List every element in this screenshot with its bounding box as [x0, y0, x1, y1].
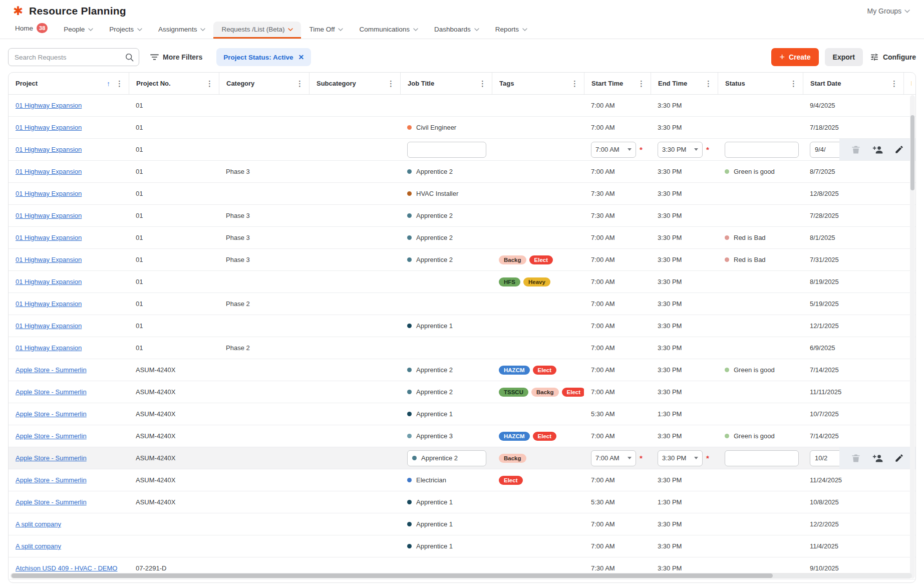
- table-row[interactable]: 01 Highway Expansion01Phase 3Apprentice …: [9, 227, 915, 249]
- project-link[interactable]: 01 Highway Expansion: [16, 212, 82, 219]
- table-row[interactable]: 01 Highway Expansion01Phase 27:00 AM3:30…: [9, 293, 915, 315]
- table-row[interactable]: 01 Highway Expansion01HFSHeavy7:00 AM3:3…: [9, 271, 915, 293]
- project-link[interactable]: Apple Store - Summerlin: [16, 476, 87, 484]
- search-input[interactable]: [15, 54, 125, 61]
- project-link[interactable]: 01 Highway Expansion: [16, 190, 82, 197]
- column-menu-icon[interactable]: ⋮: [114, 79, 125, 88]
- start-time-select[interactable]: 7:00 AM: [591, 450, 636, 466]
- project-link[interactable]: 01 Highway Expansion: [16, 146, 82, 153]
- project-link[interactable]: 01 Highway Expansion: [16, 102, 82, 109]
- status-input[interactable]: [725, 450, 799, 466]
- project-link[interactable]: 01 Highway Expansion: [16, 278, 82, 285]
- vertical-scrollbar[interactable]: [910, 95, 915, 578]
- nav-tab-reports[interactable]: Reports: [487, 22, 535, 39]
- project-link[interactable]: Apple Store - Summerlin: [16, 498, 87, 506]
- export-button[interactable]: Export: [825, 48, 863, 66]
- job-title-dot: [407, 324, 412, 328]
- table-row[interactable]: Apple Store - SummerlinASUM-4240XApprent…: [9, 447, 915, 469]
- search-icon[interactable]: [125, 53, 134, 62]
- project-link[interactable]: Apple Store - Summerlin: [16, 432, 87, 440]
- table-row[interactable]: 01 Highway Expansion01Phase 3Apprentice …: [9, 205, 915, 227]
- horizontal-scrollbar[interactable]: [11, 573, 912, 578]
- assign-person-icon[interactable]: [872, 145, 883, 154]
- project-link[interactable]: Atchison USD 409 - HVAC - DEMO: [16, 564, 117, 572]
- table-row[interactable]: 01 Highway Expansion01Phase 27:00 AM3:30…: [9, 337, 915, 359]
- table-row[interactable]: Apple Store - SummerlinASUM-4240XApprent…: [9, 359, 915, 381]
- job-title-input[interactable]: Apprentice 2: [407, 450, 486, 466]
- status-input[interactable]: [725, 142, 799, 158]
- create-button[interactable]: + Create: [771, 48, 818, 66]
- column-menu-icon[interactable]: ⋮: [703, 79, 714, 88]
- table-row[interactable]: Apple Store - SummerlinASUM-4240XElectri…: [9, 469, 915, 491]
- project-link[interactable]: A split company: [16, 542, 61, 550]
- nav-tab-time-off[interactable]: Time Off: [301, 22, 351, 39]
- project-link[interactable]: 01 Highway Expansion: [16, 322, 82, 330]
- column-menu-icon[interactable]: ⋮: [889, 79, 899, 88]
- job-title-dot: [407, 213, 412, 218]
- project-link[interactable]: Apple Store - Summerlin: [16, 366, 87, 374]
- end-time-select[interactable]: 3:30 PM: [658, 142, 703, 158]
- project-link[interactable]: 01 Highway Expansion: [16, 234, 82, 241]
- nav-tab-assignments[interactable]: Assignments: [150, 22, 213, 39]
- edit-pencil-icon[interactable]: [894, 145, 904, 154]
- project-link[interactable]: 01 Highway Expansion: [16, 300, 82, 308]
- table-row[interactable]: Apple Store - SummerlinASUM-4240XApprent…: [9, 381, 915, 403]
- project-link[interactable]: 01 Highway Expansion: [16, 256, 82, 263]
- horizontal-scrollbar-thumb[interactable]: [12, 573, 773, 578]
- nav-tab-home[interactable]: Home38: [7, 19, 56, 39]
- column-menu-icon[interactable]: ⋮: [569, 79, 580, 88]
- nav-tab-people[interactable]: People: [56, 22, 101, 39]
- cell-job-title: Apprentice 3: [400, 425, 492, 447]
- nav-tab-dashboards[interactable]: Dashboards: [426, 22, 487, 39]
- sort-ascending-icon[interactable]: ↑: [107, 80, 110, 88]
- project-link[interactable]: Apple Store - Summerlin: [16, 388, 87, 396]
- cell-status: [718, 447, 803, 469]
- configure-button[interactable]: Configure: [870, 53, 916, 62]
- chevron-down-icon: [200, 28, 205, 31]
- nav-tab-communications[interactable]: Communications: [351, 22, 426, 39]
- more-filters-button[interactable]: More Filters: [150, 53, 202, 61]
- project-link[interactable]: 01 Highway Expansion: [16, 344, 82, 352]
- column-menu-icon[interactable]: ⋮: [386, 79, 396, 88]
- nav-tab-projects[interactable]: Projects: [101, 22, 150, 39]
- table-row[interactable]: Apple Store - SummerlinASUM-4240XApprent…: [9, 425, 915, 447]
- job-title-input[interactable]: [407, 142, 486, 158]
- nav-tab-requests-list-beta-[interactable]: Requests /List (Beta): [213, 22, 301, 39]
- chip-close-icon[interactable]: ✕: [298, 53, 304, 61]
- table-row[interactable]: 01 Highway Expansion017:00 AM*3:30 PM*9/…: [9, 139, 915, 161]
- project-link[interactable]: A split company: [16, 520, 61, 528]
- cell-project: 01 Highway Expansion: [9, 337, 129, 359]
- cell-start-date: 11/24/2025: [803, 469, 903, 491]
- table-row[interactable]: Apple Store - SummerlinASUM-4240XApprent…: [9, 403, 915, 425]
- edit-pencil-icon[interactable]: [894, 453, 904, 463]
- end-time-select[interactable]: 3:30 PM: [658, 450, 703, 466]
- cell-category: [219, 139, 309, 160]
- table-row[interactable]: 01 Highway Expansion01Phase 3Apprentice …: [9, 161, 915, 183]
- start-time-select[interactable]: 7:00 AM: [591, 142, 636, 158]
- vertical-scrollbar-thumb[interactable]: [910, 115, 914, 190]
- column-menu-icon[interactable]: ⋮: [204, 79, 215, 88]
- column-menu-icon[interactable]: ⋮: [636, 79, 647, 88]
- table-row[interactable]: 01 Highway Expansion01Civil Engineer7:00…: [9, 117, 915, 139]
- project-link[interactable]: 01 Highway Expansion: [16, 124, 82, 131]
- project-link[interactable]: Apple Store - Summerlin: [16, 454, 87, 462]
- column-menu-icon[interactable]: ⋮: [477, 79, 488, 88]
- delete-icon[interactable]: [851, 145, 861, 155]
- filter-chip-project-status[interactable]: Project Status: Active ✕: [216, 48, 311, 66]
- column-menu-icon[interactable]: ⋮: [788, 79, 799, 88]
- cell-tags: [492, 337, 584, 359]
- table-row[interactable]: Apple Store - SummerlinASUM-4240XApprent…: [9, 491, 915, 513]
- table-row[interactable]: 01 Highway Expansion01Phase 3Apprentice …: [9, 249, 915, 271]
- my-groups-dropdown[interactable]: My Groups: [867, 7, 910, 15]
- table-row[interactable]: A split companyApprentice 17:00 AM3:30 P…: [9, 513, 915, 535]
- project-link[interactable]: 01 Highway Expansion: [16, 168, 82, 175]
- table-row[interactable]: 01 Highway Expansion01Apprentice 17:00 A…: [9, 315, 915, 337]
- table-row[interactable]: 01 Highway Expansion017:00 AM3:30 PM9/4/…: [9, 95, 915, 117]
- table-row[interactable]: 01 Highway Expansion01HVAC Installer7:30…: [9, 183, 915, 205]
- column-menu-icon[interactable]: ⋮: [294, 79, 305, 88]
- delete-icon[interactable]: [851, 453, 861, 463]
- assign-person-icon[interactable]: [872, 454, 883, 463]
- project-link[interactable]: Apple Store - Summerlin: [16, 410, 87, 418]
- required-asterisk: *: [640, 454, 643, 462]
- table-row[interactable]: A split companyApprentice 17:00 AM3:30 P…: [9, 535, 915, 557]
